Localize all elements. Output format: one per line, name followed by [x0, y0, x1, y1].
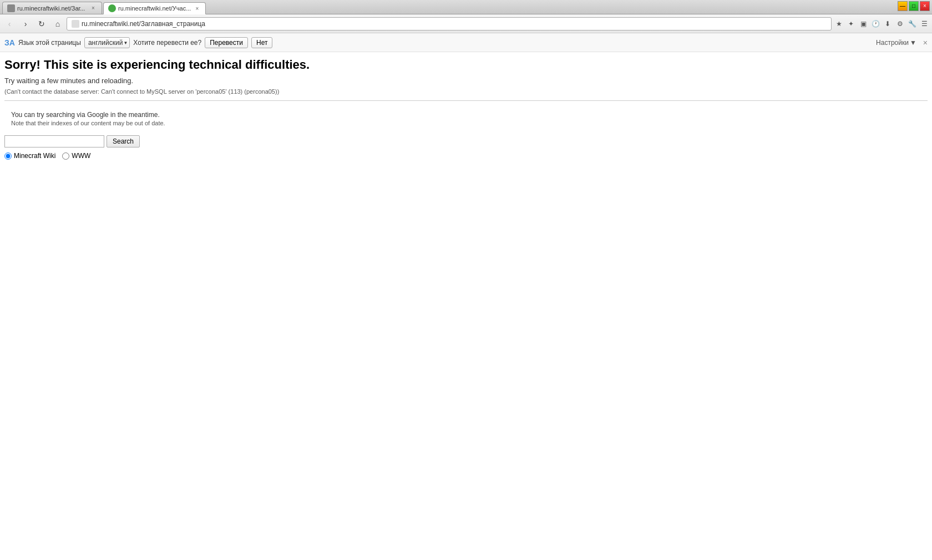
nav-bar: ‹ › ↻ ⌂ ru.minecraftwiki.net/Заглавная_с… — [0, 14, 932, 33]
minimize-button[interactable]: — — [898, 1, 908, 11]
search-button[interactable]: Search — [107, 135, 140, 147]
translation-bar-close[interactable]: × — [923, 38, 928, 47]
tab-2-close[interactable]: × — [193, 4, 201, 12]
radio-minecraft-wiki-label: Minecraft Wiki — [14, 152, 55, 160]
nav-icons-right: ★ ✦ ▣ 🕐 ⬇ ⚙ 🔧 ☰ — [833, 18, 930, 29]
translation-settings[interactable]: Настройки ▼ — [876, 39, 916, 47]
error-subtitle: Try waiting a few minutes and reloading. — [4, 77, 928, 85]
radio-minecraft-wiki[interactable]: Minecraft Wiki — [4, 152, 55, 160]
translate-button[interactable]: Перевести — [205, 37, 248, 48]
home-button[interactable]: ⌂ — [50, 17, 65, 31]
translation-prefix: Язык этой страницы — [18, 39, 81, 47]
radio-www[interactable]: WWW — [62, 152, 90, 160]
close-button[interactable]: × — [920, 1, 930, 11]
tab-1[interactable]: ru.minecraftwiki.net/Зaг... × — [2, 2, 102, 14]
language-dropdown[interactable]: английский — [84, 37, 130, 48]
back-button[interactable]: ‹ — [2, 17, 17, 31]
screenshot-icon[interactable]: ▣ — [858, 18, 869, 29]
tab-2[interactable]: ru.minecraftwiki.net/Учас... × — [103, 2, 206, 14]
download-icon[interactable]: ⬇ — [882, 18, 893, 29]
tab-1-close[interactable]: × — [89, 4, 97, 12]
menu-icon[interactable]: ☰ — [919, 18, 930, 29]
refresh-button[interactable]: ↻ — [34, 17, 49, 31]
tab-2-favicon — [108, 4, 116, 12]
settings-dropdown-arrow: ▼ — [910, 39, 916, 47]
tab-2-label: ru.minecraftwiki.net/Учас... — [118, 5, 191, 12]
page-icon — [72, 20, 79, 28]
google-search-line2: Note that their indexes of our content m… — [4, 120, 928, 126]
settings-label: Настройки — [876, 39, 909, 47]
no-translate-button[interactable]: Нет — [251, 37, 272, 48]
radio-www-input[interactable] — [62, 152, 69, 160]
tab-1-label: ru.minecraftwiki.net/Зaг... — [17, 5, 87, 12]
history-icon[interactable]: 🕐 — [870, 18, 881, 29]
google-search-line1: You can try searching via Google in the … — [11, 111, 160, 119]
translation-bar: ЗА Язык этой страницы английский Хотите … — [0, 33, 932, 52]
star-icon[interactable]: ★ — [833, 18, 844, 29]
address-text: ru.minecraftwiki.net/Заглавная_страница — [82, 20, 205, 28]
language-dropdown-value: английский — [88, 39, 123, 47]
radio-www-label: WWW — [72, 152, 90, 160]
page-content: Sorry! This site is experiencing technic… — [0, 52, 932, 560]
search-row: Search — [4, 135, 928, 147]
browser-window: ru.minecraftwiki.net/Зaг... × ru.minecra… — [0, 0, 932, 560]
settings-icon[interactable]: ⚙ — [894, 18, 905, 29]
translation-question: Хотите перевести ее? — [133, 39, 201, 47]
maximize-button[interactable]: □ — [909, 1, 919, 11]
radio-minecraft-wiki-input[interactable] — [4, 152, 12, 160]
translate-icon: ЗА — [4, 38, 15, 47]
divider — [4, 100, 928, 101]
tab-1-favicon — [7, 4, 15, 12]
error-detail: (Can't contact the database server: Can'… — [4, 88, 928, 95]
bookmark-star-icon[interactable]: ✦ — [845, 18, 857, 29]
radio-row: Minecraft Wiki WWW — [4, 152, 928, 160]
tabs-bar: ru.minecraftwiki.net/Зaг... × ru.minecra… — [0, 0, 932, 14]
wrench-icon[interactable]: 🔧 — [906, 18, 918, 29]
address-bar[interactable]: ru.minecraftwiki.net/Заглавная_страница — [67, 17, 832, 30]
google-search-section: You can try searching via Google in the … — [4, 108, 928, 135]
error-title: Sorry! This site is experiencing technic… — [4, 58, 928, 72]
search-input[interactable] — [4, 135, 104, 147]
forward-button[interactable]: › — [18, 17, 33, 31]
